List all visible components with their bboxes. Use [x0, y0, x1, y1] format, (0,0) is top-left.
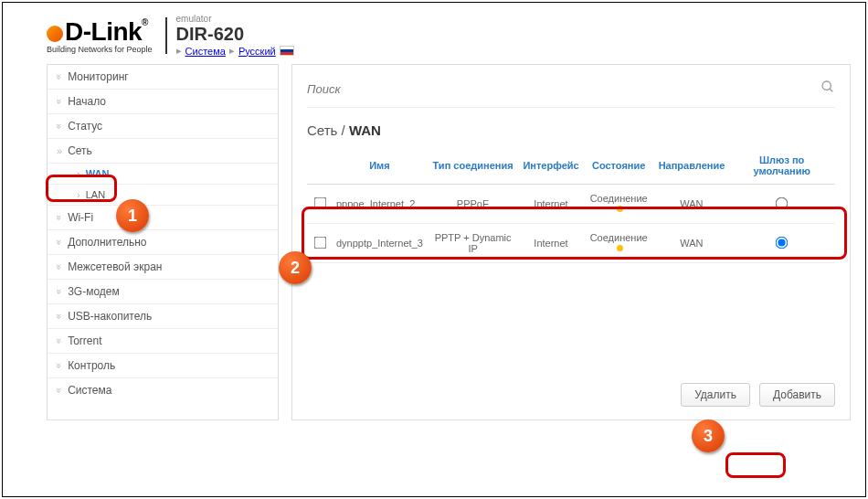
- sidebar-item-torrent[interactable]: Torrent: [48, 329, 278, 354]
- th-state[interactable]: Состояние: [583, 147, 655, 185]
- th-iface[interactable]: Интерфейс: [519, 147, 582, 185]
- sidebar-item-control[interactable]: Контроль: [48, 354, 278, 378]
- top-crumbs: ▸ Система ▸ Русский: [176, 45, 294, 57]
- status-dot-icon: [617, 206, 623, 212]
- marker-2: 2: [279, 251, 312, 284]
- row-checkbox[interactable]: [313, 236, 326, 249]
- th-gw[interactable]: Шлюз по умолчанию: [728, 147, 835, 185]
- sidebar-sub-lan[interactable]: LAN: [48, 185, 278, 206]
- cell-conn: PPPoE: [427, 185, 520, 224]
- model-name: DIR-620: [176, 24, 294, 45]
- logo: D-Link® Building Networks for People: [47, 17, 167, 54]
- delete-button[interactable]: Удалить: [681, 383, 750, 407]
- chevron-right-icon: ▸: [176, 45, 182, 57]
- sidebar-item-system[interactable]: Система: [48, 378, 278, 402]
- search-input[interactable]: [307, 82, 820, 96]
- sidebar-item-usb[interactable]: USB-накопитель: [48, 304, 278, 329]
- cell-iface: Internet: [519, 185, 582, 224]
- add-button[interactable]: Добавить: [759, 383, 835, 407]
- sidebar-item-monitoring[interactable]: Мониторинг: [48, 65, 278, 90]
- logo-brand: D-Link®: [47, 17, 153, 47]
- sidebar-item-wifi[interactable]: Wi-Fi: [48, 206, 278, 230]
- cell-conn: PPTP + Dynamic IP: [427, 224, 520, 263]
- th-conn[interactable]: Тип соединения: [427, 147, 520, 185]
- cell-name: pppoe_Internet_2: [333, 185, 427, 224]
- system-link[interactable]: Система: [185, 46, 226, 57]
- row-checkbox[interactable]: [313, 196, 326, 209]
- table-row[interactable]: dynpptp_Internet_3 PPTP + Dynamic IP Int…: [307, 224, 835, 263]
- footer-buttons: Удалить Добавить: [681, 383, 835, 407]
- gateway-radio[interactable]: [776, 236, 789, 249]
- sidebar-item-status[interactable]: Статус: [48, 114, 278, 139]
- breadcrumb-parent: Сеть: [307, 122, 337, 138]
- sidebar-item-firewall[interactable]: Межсетевой экран: [48, 255, 278, 280]
- svg-point-0: [822, 81, 831, 90]
- sidebar-item-start[interactable]: Начало: [48, 90, 278, 114]
- main-panel: Сеть / WAN Имя Тип соединения Интерфейс …: [291, 64, 851, 420]
- th-name[interactable]: Имя: [333, 147, 427, 185]
- cell-state: Соединение: [583, 224, 655, 263]
- th-dir[interactable]: Направление: [655, 147, 729, 185]
- logo-tagline: Building Networks for People: [47, 45, 153, 54]
- cell-state: Соединение: [583, 185, 655, 224]
- breadcrumb: Сеть / WAN: [307, 108, 835, 147]
- search-icon[interactable]: [820, 80, 835, 98]
- marker-3: 3: [692, 419, 725, 452]
- cell-name: dynpptp_Internet_3: [333, 224, 427, 263]
- model-block: emulator DIR-620 ▸ Система ▸ Русский: [176, 14, 294, 57]
- cell-dir: WAN: [655, 185, 729, 224]
- header: D-Link® Building Networks for People emu…: [3, 3, 865, 64]
- highlight-3: [725, 452, 786, 478]
- table-row[interactable]: pppoe_Internet_2 PPPoE Internet Соединен…: [307, 185, 835, 224]
- marker-1: 1: [116, 199, 149, 232]
- breadcrumb-current: WAN: [349, 122, 381, 138]
- sidebar-sub-wan[interactable]: WAN: [48, 164, 278, 185]
- flag-ru-icon: [280, 46, 294, 56]
- sidebar-item-network[interactable]: Сеть: [48, 139, 278, 164]
- sidebar-item-advanced[interactable]: Дополнительно: [48, 230, 278, 255]
- language-link[interactable]: Русский: [238, 46, 276, 57]
- cell-dir: WAN: [655, 224, 729, 263]
- sidebar: Мониторинг Начало Статус Сеть WAN LAN Wi…: [47, 64, 279, 420]
- emulator-label: emulator: [176, 14, 294, 24]
- sidebar-item-3g[interactable]: 3G-модем: [48, 280, 278, 304]
- gateway-radio[interactable]: [776, 196, 789, 209]
- search-row: [307, 76, 835, 108]
- svg-line-1: [830, 89, 832, 91]
- cell-iface: Internet: [519, 224, 582, 263]
- chevron-right-icon: ▸: [229, 45, 235, 57]
- status-dot-icon: [617, 245, 623, 251]
- wan-table: Имя Тип соединения Интерфейс Состояние Н…: [307, 147, 835, 263]
